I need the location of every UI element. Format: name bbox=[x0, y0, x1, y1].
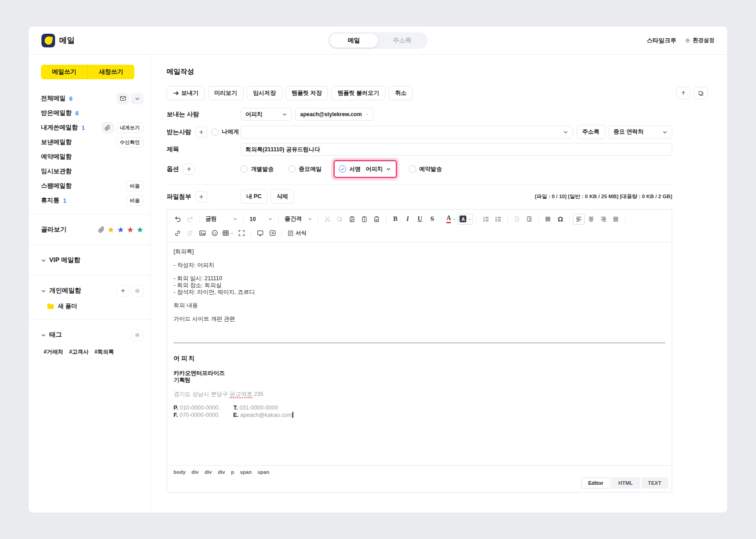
align-right-icon[interactable] bbox=[598, 214, 609, 225]
empty-trash-button[interactable]: 비움 bbox=[126, 195, 143, 206]
attachment-filter-icon[interactable] bbox=[98, 226, 105, 233]
indent-icon[interactable] bbox=[523, 214, 535, 225]
recipient-input[interactable] bbox=[240, 126, 573, 139]
sidebar-item-tags[interactable]: 태그 bbox=[29, 326, 150, 344]
align-left-icon[interactable] bbox=[573, 214, 585, 225]
envelope-icon[interactable] bbox=[117, 93, 129, 104]
paste-icon[interactable] bbox=[346, 214, 358, 225]
copy-icon[interactable] bbox=[334, 214, 346, 225]
html-source-icon[interactable] bbox=[266, 228, 278, 239]
signature-select[interactable]: 어피치 bbox=[365, 163, 392, 175]
paste-as-text-icon[interactable]: T bbox=[358, 214, 370, 225]
tag-settings-button[interactable] bbox=[131, 329, 143, 341]
write-to-me-button[interactable]: 내게쓰기 bbox=[116, 123, 143, 133]
undo-icon[interactable] bbox=[172, 214, 184, 225]
address-book-button[interactable]: 주소록 bbox=[577, 125, 606, 139]
star-yellow-icon[interactable]: ★ bbox=[107, 226, 114, 234]
load-template-button[interactable]: 템플릿 불러오기 bbox=[331, 86, 385, 100]
editor-body[interactable]: [회의록] - 작성자: 어피치 - 회의 일시: 211110 - 회의 장소… bbox=[167, 242, 672, 465]
align-center-icon[interactable] bbox=[585, 214, 597, 225]
bullet-list-icon[interactable] bbox=[492, 214, 504, 225]
compose-mail-button[interactable]: 메일쓰기 bbox=[41, 65, 87, 79]
chevron-down-icon[interactable] bbox=[131, 93, 143, 104]
sidebar-item-drafts[interactable]: 임시보관함 bbox=[29, 164, 150, 179]
font-color-icon[interactable]: A bbox=[445, 214, 457, 225]
empty-spam-button[interactable]: 비움 bbox=[126, 181, 143, 191]
subject-input[interactable] bbox=[240, 143, 672, 156]
signature-checkbox[interactable]: 서명 bbox=[339, 165, 361, 173]
sidebar-item-tome[interactable]: 내게쓴메일함 1 내게쓰기 bbox=[29, 120, 150, 135]
strikethrough-icon[interactable]: S bbox=[426, 214, 438, 225]
redo-icon[interactable] bbox=[184, 214, 196, 225]
fullscreen-icon[interactable] bbox=[235, 228, 247, 239]
font-family-select[interactable]: 굴림 bbox=[203, 215, 240, 223]
tab-addressbook[interactable]: 주소록 bbox=[378, 33, 426, 47]
line-height-icon[interactable] bbox=[542, 214, 554, 225]
from-name-select[interactable]: 어피치 bbox=[240, 108, 292, 121]
format-button[interactable]: 서식 bbox=[285, 228, 309, 239]
dom-path-breadcrumb[interactable]: body div div div p span span bbox=[167, 466, 672, 477]
add-recipient-button[interactable] bbox=[195, 127, 207, 138]
folder-settings-button[interactable] bbox=[131, 285, 143, 297]
important-mail-checkbox[interactable]: 중요메일 bbox=[288, 165, 322, 173]
ordered-list-icon[interactable]: 123 bbox=[480, 214, 492, 225]
cancel-button[interactable]: 취소 bbox=[388, 86, 413, 100]
sidebar-item-scheduled[interactable]: 예약메일함 bbox=[29, 149, 150, 164]
paperclip-icon[interactable] bbox=[102, 122, 114, 133]
underline-icon[interactable]: U bbox=[414, 214, 426, 225]
bold-icon[interactable]: B bbox=[389, 214, 401, 225]
line-spacing-select[interactable]: 줄간격 bbox=[282, 215, 315, 223]
add-attachment-button[interactable] bbox=[195, 191, 207, 202]
insert-emoji-icon[interactable] bbox=[209, 228, 220, 239]
remove-link-icon[interactable] bbox=[184, 228, 196, 239]
settings-link[interactable]: 환경설정 bbox=[684, 36, 715, 44]
collapse-up-button[interactable] bbox=[676, 87, 690, 99]
tab-mail[interactable]: 메일 bbox=[330, 33, 378, 47]
editor-screen-icon[interactable] bbox=[254, 228, 266, 239]
insert-table-icon[interactable] bbox=[221, 228, 235, 239]
scheduled-send-checkbox[interactable]: 예약발송 bbox=[409, 165, 442, 173]
mode-tab-editor[interactable]: Editor bbox=[581, 477, 610, 488]
sidebar-item-vip[interactable]: VIP 메일함 bbox=[29, 252, 150, 269]
tag-item[interactable]: #고객사 bbox=[69, 348, 89, 356]
font-size-select[interactable]: 10 bbox=[247, 216, 275, 222]
sidebar-item-inbox[interactable]: 받은메일함 6 bbox=[29, 106, 150, 120]
preview-button[interactable]: 미리보기 bbox=[208, 86, 244, 100]
add-option-button[interactable] bbox=[183, 164, 195, 175]
outdent-icon[interactable] bbox=[511, 214, 523, 225]
attach-from-pc-button[interactable]: 내 PC bbox=[240, 190, 267, 204]
sidebar-item-spam[interactable]: 스팸메일함 비움 bbox=[29, 179, 150, 193]
mode-tab-html[interactable]: HTML bbox=[612, 477, 640, 488]
popout-copy-button[interactable] bbox=[694, 87, 708, 99]
send-button[interactable]: 보내기 bbox=[167, 86, 205, 100]
app-logo[interactable]: 메일 bbox=[41, 34, 75, 47]
individual-send-checkbox[interactable]: 개별발송 bbox=[240, 165, 274, 173]
cut-icon[interactable] bbox=[322, 214, 333, 225]
sidebar-item-allmail[interactable]: 전체메일 6 bbox=[29, 91, 150, 106]
sidebar-item-trash[interactable]: 휴지통 1 비움 bbox=[29, 193, 150, 208]
read-receipt-button[interactable]: 수신확인 bbox=[116, 137, 143, 148]
save-draft-button[interactable]: 임시저장 bbox=[247, 86, 282, 100]
send-to-me-checkbox[interactable]: 나에게 bbox=[211, 128, 239, 136]
star-teal-icon[interactable]: ★ bbox=[137, 226, 143, 234]
special-char-icon[interactable]: Ω bbox=[554, 214, 566, 225]
star-red-icon[interactable]: ★ bbox=[127, 226, 134, 234]
paste-from-word-icon[interactable]: W bbox=[371, 214, 383, 225]
star-blue-icon[interactable]: ★ bbox=[117, 226, 124, 234]
from-email-select[interactable]: apeach@stylekrew.com bbox=[295, 108, 373, 121]
sidebar-item-personal[interactable]: 개인메일함 bbox=[29, 282, 150, 299]
insert-image-icon[interactable] bbox=[196, 228, 208, 239]
filter-label[interactable]: 골라보기 bbox=[41, 226, 66, 234]
align-justify-icon[interactable] bbox=[610, 214, 622, 225]
compose-new-window-button[interactable]: 새창쓰기 bbox=[87, 65, 134, 79]
sidebar-item-sent[interactable]: 보낸메일함 수신확인 bbox=[29, 135, 150, 149]
add-folder-button[interactable] bbox=[117, 285, 129, 297]
highlight-color-icon[interactable]: A bbox=[458, 214, 473, 225]
sidebar-item-new-folder[interactable]: 새 폴더 bbox=[29, 299, 150, 313]
save-template-button[interactable]: 템플릿 저장 bbox=[286, 86, 328, 100]
important-contacts-select[interactable]: 중요 연락처 bbox=[608, 126, 672, 139]
insert-link-icon[interactable] bbox=[172, 228, 184, 239]
tag-item[interactable]: #회의록 bbox=[94, 348, 114, 356]
workspace-name[interactable]: 스타일크루 bbox=[647, 36, 676, 45]
mode-tab-text[interactable]: TEXT bbox=[641, 477, 668, 488]
